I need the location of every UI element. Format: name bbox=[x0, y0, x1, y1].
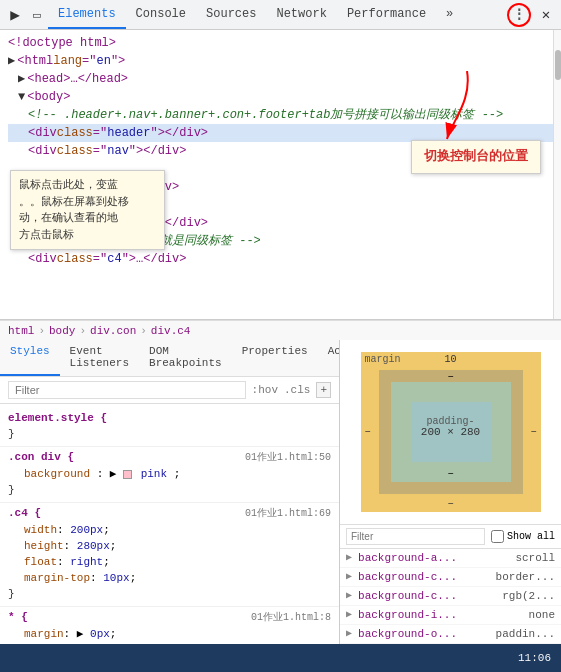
selector-star: * { bbox=[8, 609, 28, 625]
box-content-size: 200 × 280 bbox=[421, 426, 480, 438]
filter-input[interactable] bbox=[8, 381, 246, 399]
list-arrow-1: ▶ bbox=[346, 569, 352, 585]
list-arrow-2: ▶ bbox=[346, 588, 352, 604]
filter-hov[interactable]: :hov bbox=[252, 384, 278, 396]
source-c4[interactable]: 01作业1.html:69 bbox=[245, 506, 331, 522]
prop-val-1: border... bbox=[496, 569, 555, 585]
selector-c4: .c4 { bbox=[8, 505, 41, 521]
breadcrumb-body[interactable]: body bbox=[49, 325, 75, 337]
dollar-sign: = $0 bbox=[0, 319, 561, 320]
prop-val-4: paddin... bbox=[496, 626, 555, 642]
styles-content: element.style { } .con div { 01作业1.html:… bbox=[0, 404, 339, 672]
breadcrumb-bar: html › body › div.con › div.c4 bbox=[0, 320, 561, 340]
elements-panel: <!doctype html> ▶ <html lang =" en "> ▶ … bbox=[0, 30, 561, 320]
tab-dom-breakpoints[interactable]: DOM Breakpoints bbox=[139, 340, 232, 376]
list-arrow-3: ▶ bbox=[346, 607, 352, 623]
prop-val-0: scroll bbox=[515, 550, 555, 566]
list-item-4[interactable]: ▶ background-o... paddin... bbox=[340, 625, 561, 644]
prop-margin-top: margin-top: 10px; bbox=[8, 570, 331, 586]
margin-right-val: − bbox=[530, 427, 536, 438]
prop-key-0: background-a... bbox=[358, 550, 511, 566]
annotation-left: 鼠标点击此处，变蓝 。。鼠标在屏幕到处移 动，在确认查看的地 方点击鼠标 bbox=[10, 170, 165, 250]
box-filter-bar: Show all bbox=[340, 524, 561, 549]
styles-panel: Styles Event Listeners DOM Breakpoints P… bbox=[0, 340, 340, 672]
prop-key-4: background-o... bbox=[358, 626, 492, 642]
prop-width: width: 200px; bbox=[8, 522, 331, 538]
vertical-scrollbar[interactable] bbox=[553, 30, 561, 319]
box-model-panel: margin 10 − − − border − padding- − bbox=[340, 340, 561, 672]
list-item-0[interactable]: ▶ background-a... scroll bbox=[340, 549, 561, 568]
list-arrow-4: ▶ bbox=[346, 626, 352, 642]
prop-height: height: 280px; bbox=[8, 538, 331, 554]
prop-background-pink: background : ▶ pink ; bbox=[8, 466, 331, 482]
padding-bottom-val: − bbox=[447, 469, 453, 480]
style-rule-con-div: .con div { 01作业1.html:50 background : ▶ … bbox=[0, 447, 339, 503]
color-swatch-pink[interactable] bbox=[123, 470, 132, 479]
tab-accessibility[interactable]: Accessibility bbox=[318, 340, 340, 376]
list-item-1[interactable]: ▶ background-c... border... bbox=[340, 568, 561, 587]
tab-event-listeners[interactable]: Event Listeners bbox=[60, 340, 139, 376]
box-model-area: margin 10 − − − border − padding- − bbox=[340, 340, 561, 524]
lower-panel: Styles Event Listeners DOM Breakpoints P… bbox=[0, 340, 561, 672]
tab-more[interactable]: » bbox=[436, 1, 463, 29]
tab-styles[interactable]: Styles bbox=[0, 340, 60, 376]
annotation-right-text: 切换控制台的位置 bbox=[420, 147, 532, 167]
filter-plus[interactable]: + bbox=[316, 382, 331, 398]
selector-con-div: .con div { bbox=[8, 449, 74, 465]
box-content: 200 × 280 bbox=[411, 402, 491, 462]
breadcrumb-divc4[interactable]: div.c4 bbox=[151, 325, 191, 337]
close-devtools-icon[interactable]: ✕ bbox=[535, 4, 557, 26]
tab-elements[interactable]: Elements bbox=[48, 1, 126, 29]
breadcrumb-html[interactable]: html bbox=[8, 325, 34, 337]
prop-float: float: right; bbox=[8, 554, 331, 570]
style-rule-element: element.style { } bbox=[0, 408, 339, 447]
devtools-tab-bar: ▶ ▭ Elements Console Sources Network Per… bbox=[0, 0, 561, 30]
html-line-html: ▶ <html lang =" en "> bbox=[8, 52, 553, 70]
show-all-checkbox[interactable] bbox=[491, 530, 504, 543]
prop-key-3: background-i... bbox=[358, 607, 525, 623]
margin-bottom-val: − bbox=[447, 499, 453, 510]
filter-cls[interactable]: .cls bbox=[284, 384, 310, 396]
breadcrumb-divcon[interactable]: div.con bbox=[90, 325, 136, 337]
margin-top-val: 10 bbox=[444, 354, 456, 365]
filter-bar: :hov .cls + bbox=[0, 377, 339, 404]
tab-performance[interactable]: Performance bbox=[337, 1, 436, 29]
prop-val-2: rgb(2... bbox=[502, 588, 555, 604]
tab-properties[interactable]: Properties bbox=[232, 340, 318, 376]
box-padding: padding- − 200 × 280 bbox=[391, 382, 511, 482]
show-all-label: Show all bbox=[507, 531, 555, 542]
more-options-icon[interactable]: ⋮ bbox=[507, 3, 531, 27]
margin-left-val: − bbox=[365, 427, 371, 438]
prop-key-1: background-c... bbox=[358, 569, 492, 585]
tab-console[interactable]: Console bbox=[126, 1, 196, 29]
tab-network[interactable]: Network bbox=[266, 1, 336, 29]
taskbar: 11:06 bbox=[0, 644, 561, 672]
list-arrow-0: ▶ bbox=[346, 550, 352, 566]
html-line-doctype: <!doctype html> bbox=[8, 34, 553, 52]
main-area: <!doctype html> ▶ <html lang =" en "> ▶ … bbox=[0, 30, 561, 672]
scroll-thumb bbox=[555, 50, 561, 80]
prop-key-2: background-c... bbox=[358, 588, 498, 604]
mobile-icon[interactable]: ▭ bbox=[26, 4, 48, 26]
prop-margin: margin: ▶ 0px; bbox=[8, 626, 331, 642]
box-border: border − padding- − 200 × 280 bbox=[379, 370, 523, 494]
html-line-c4[interactable]: <div class =" c4 ">…</div> bbox=[8, 250, 553, 268]
cursor-icon[interactable]: ▶ bbox=[4, 4, 26, 26]
list-item-2[interactable]: ▶ background-c... rgb(2... bbox=[340, 587, 561, 606]
source-con-div[interactable]: 01作业1.html:50 bbox=[245, 450, 331, 466]
show-all-checkbox-group: Show all bbox=[491, 530, 555, 543]
box-diagram: margin 10 − − − border − padding- − bbox=[361, 352, 541, 512]
box-filter-input[interactable] bbox=[346, 528, 485, 545]
selector-element-style: element.style { bbox=[8, 410, 107, 426]
list-item-3[interactable]: ▶ background-i... none bbox=[340, 606, 561, 625]
style-rule-c4: .c4 { 01作业1.html:69 width: 200px; height… bbox=[0, 503, 339, 607]
red-arrow-svg bbox=[442, 71, 492, 141]
source-star[interactable]: 01作业1.html:8 bbox=[251, 610, 331, 626]
taskbar-time: 11:06 bbox=[518, 652, 551, 664]
tab-icon-group: ⋮ ✕ bbox=[507, 3, 557, 27]
annotation-right: 切换控制台的位置 bbox=[411, 140, 541, 174]
styles-tabs: Styles Event Listeners DOM Breakpoints P… bbox=[0, 340, 339, 377]
prop-val-3: none bbox=[529, 607, 555, 623]
box-margin: margin 10 − − − border − padding- − bbox=[361, 352, 541, 512]
tab-sources[interactable]: Sources bbox=[196, 1, 266, 29]
